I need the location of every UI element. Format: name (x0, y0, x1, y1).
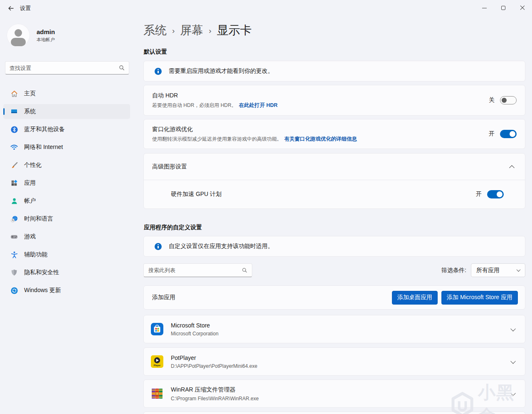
default-settings-heading: 默认设置 (144, 48, 167, 56)
advanced-graphics-expander: 高级图形设置 硬件加速 GPU 计划 开 (143, 153, 525, 209)
minimize-icon (482, 8, 487, 8)
windowed-games-title: 窗口化游戏优化 (152, 126, 489, 133)
gpu-scheduling-toggle[interactable] (487, 190, 504, 198)
filter-controls: 筛选条件: 所有应用 (441, 263, 525, 277)
custom-info-text: 自定义设置仅在应用支持该功能时适用。 (169, 243, 273, 250)
maximize-button[interactable] (494, 0, 513, 16)
winrar-icon (150, 387, 164, 400)
custom-settings-heading: 应用程序的自定义设置 (144, 224, 202, 231)
sidebar-item-accounts[interactable]: 帐户 (3, 193, 130, 208)
sidebar-nav: 主页 系统 蓝牙和其他设备 网络和 Internet 个性化 (3, 86, 130, 298)
brush-icon (10, 161, 18, 169)
close-icon (520, 5, 525, 10)
restart-info-banner: 需要重启应用或游戏才能看到你的更改。 (143, 61, 525, 82)
potplayer-icon-text: Player (154, 364, 161, 367)
auto-hdr-title: 自动 HDR (152, 92, 489, 99)
search-icon (242, 268, 247, 273)
add-store-app-button[interactable]: 添加 Microsoft Store 应用 (441, 291, 518, 305)
app-title: 设置 (20, 5, 31, 12)
sidebar-item-windows-update[interactable]: Windows 更新 (3, 283, 130, 298)
chevron-down-icon[interactable] (510, 390, 516, 396)
chevron-down-icon[interactable] (510, 326, 516, 331)
breadcrumb: 系统 › 屏幕 › 显示卡 (143, 22, 252, 38)
auto-hdr-row: 自动 HDR 若要使用自动 HDR，必须启用 HDR。在此处打开 HDR 关 (143, 85, 525, 116)
app-list-search-box[interactable] (143, 263, 252, 277)
system-icon (10, 107, 18, 116)
chevron-down-icon (517, 268, 521, 272)
add-desktop-app-button[interactable]: 添加桌面应用 (392, 291, 438, 305)
breadcrumb-separator: › (203, 26, 217, 35)
add-app-row: 添加应用 添加桌面应用 添加 Microsoft Store 应用 (143, 285, 525, 310)
app-name: PotPlayer (171, 355, 511, 361)
sidebar-item-accessibility[interactable]: 辅助功能 (3, 247, 130, 262)
titlebar: 设置 (0, 0, 532, 17)
gpu-scheduling-title: 硬件加速 GPU 计划 (171, 191, 476, 198)
app-row-winrar[interactable]: WinRAR 压缩文件管理器 C:\Program Files\WinRAR\W… (143, 379, 525, 408)
search-icon (119, 65, 125, 71)
avatar (7, 24, 30, 47)
gpu-scheduling-state: 开 (476, 191, 482, 198)
app-path: D:\APP\PotPlayer\PotPlayerMini64.exe (171, 363, 511, 369)
sidebar-item-home[interactable]: 主页 (3, 86, 130, 101)
maximize-icon (501, 6, 505, 10)
potplayer-icon: Player (150, 355, 164, 368)
app-row-potplayer[interactable]: Player PotPlayer D:\APP\PotPlayer\PotPla… (143, 347, 525, 376)
advanced-graphics-header[interactable]: 高级图形设置 (144, 154, 525, 180)
add-app-label: 添加应用 (152, 294, 392, 301)
chevron-down-icon[interactable] (510, 358, 516, 364)
custom-info-banner: 自定义设置仅在应用支持该功能时适用。 (143, 236, 525, 257)
user-profile[interactable]: admin 本地帐户 (7, 24, 55, 47)
windowed-games-link[interactable]: 有关窗口化游戏优化的详细信息 (284, 136, 357, 142)
wifi-icon (10, 143, 18, 151)
sidebar-item-apps[interactable]: 应用 (3, 176, 130, 191)
app-list-search-input[interactable] (148, 267, 242, 273)
sidebar-item-privacy[interactable]: 隐私和安全性 (3, 265, 130, 280)
app-name: Microsoft Store (171, 322, 511, 329)
microsoft-store-icon (150, 322, 164, 336)
app-row-microsoft-store[interactable]: Microsoft Store Microsoft Corporation (143, 315, 525, 343)
bluetooth-icon (10, 125, 18, 134)
app-publisher: Microsoft Corporation (171, 331, 511, 337)
windowed-games-toggle[interactable] (500, 130, 517, 138)
breadcrumb-display[interactable]: 屏幕 (180, 22, 203, 38)
info-icon (155, 243, 162, 250)
sidebar-item-personalization[interactable]: 个性化 (3, 158, 130, 173)
update-icon (10, 286, 18, 295)
close-button[interactable] (513, 0, 532, 16)
breadcrumb-system[interactable]: 系统 (143, 22, 167, 38)
auto-hdr-state: 关 (489, 97, 495, 104)
settings-search-input[interactable] (10, 65, 119, 71)
filter-dropdown[interactable]: 所有应用 (471, 263, 525, 277)
app-path: C:\Program Files\WinRAR\WinRAR.exe (171, 396, 511, 402)
person-icon (10, 197, 18, 205)
shield-icon (10, 268, 18, 277)
settings-search-box[interactable] (5, 61, 129, 74)
minimize-button[interactable] (475, 0, 494, 16)
page-title: 显示卡 (217, 22, 252, 38)
user-account-type: 本地帐户 (37, 37, 55, 43)
gpu-scheduling-row: 硬件加速 GPU 计划 开 (144, 180, 525, 209)
avatar-person-icon (15, 29, 22, 37)
breadcrumb-separator: › (167, 26, 180, 35)
open-hdr-link[interactable]: 在此处打开 HDR (239, 102, 278, 108)
time-language-icon (10, 215, 18, 223)
back-arrow-icon (7, 5, 14, 12)
chevron-up-icon (509, 165, 515, 171)
auto-hdr-toggle[interactable] (500, 96, 517, 104)
back-button[interactable] (3, 1, 18, 16)
sidebar-item-network[interactable]: 网络和 Internet (3, 140, 130, 155)
sidebar: admin 本地帐户 主页 系统 蓝牙和其他设备 (0, 17, 137, 414)
filter-label: 筛选条件: (441, 267, 466, 274)
sidebar-item-bluetooth-devices[interactable]: 蓝牙和其他设备 (3, 122, 130, 137)
sidebar-item-system[interactable]: 系统 (3, 104, 130, 119)
info-icon (155, 68, 162, 75)
sidebar-item-gaming[interactable]: 游戏 (3, 229, 130, 244)
windowed-games-row: 窗口化游戏优化 使用翻转演示模型减少延迟并使用兼容游戏中的高级功能。有关窗口化游… (143, 119, 525, 149)
app-name: WinRAR 压缩文件管理器 (171, 386, 511, 394)
sidebar-item-time-language[interactable]: 时间和语言 (3, 211, 130, 226)
apps-icon (10, 179, 18, 187)
gamepad-icon (10, 233, 18, 241)
accessibility-icon (10, 250, 18, 259)
windowed-games-state: 开 (489, 130, 495, 138)
user-name: admin (37, 28, 55, 35)
